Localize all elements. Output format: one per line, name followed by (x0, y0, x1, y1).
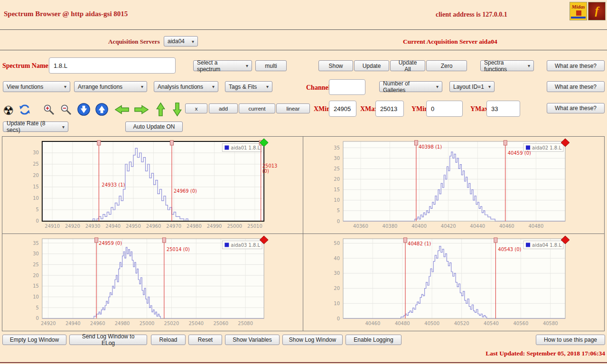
xmax-input[interactable] (375, 101, 404, 117)
zero-button[interactable]: Zero (426, 60, 467, 71)
send-log-window-button[interactable]: Send Log Window to ELog (69, 335, 147, 345)
acquisition-server-select[interactable]: aida04 ▾ (164, 36, 198, 47)
svg-text:30: 30 (334, 271, 340, 276)
marker-handle[interactable] (504, 140, 507, 145)
fair-logo-text: f (588, 4, 605, 17)
view-functions-dropdown[interactable]: View functions ▾ (3, 81, 70, 92)
channel-input[interactable] (329, 79, 365, 95)
tags-fits-dropdown[interactable]: Tags & Fits ▾ (225, 81, 272, 92)
svg-text:30: 30 (33, 251, 39, 256)
marker-handle[interactable] (414, 140, 418, 145)
number-of-galleries-dropdown[interactable]: Number of Galleries ▾ (379, 81, 442, 92)
current-server-text: Current Acquisition Server aida04 (403, 38, 497, 46)
svg-text:24980: 24980 (115, 321, 130, 326)
arrange-functions-label: Arrange functions (78, 84, 122, 90)
toolbar-icons: ☢ (3, 102, 187, 119)
number-of-galleries-label: Number of Galleries (383, 80, 433, 93)
multi-button[interactable]: multi (255, 60, 287, 71)
divider (0, 50, 607, 50)
svg-text:10: 10 (334, 197, 340, 203)
linear-button[interactable]: linear (276, 103, 310, 113)
marker-handle[interactable] (170, 140, 173, 145)
chevron-down-icon: ▾ (246, 63, 248, 68)
chart-panel-aida02: 4036040380404004042040440404604048005101… (303, 137, 604, 234)
select-spectrum-label: Select a spectrum (197, 59, 243, 73)
svg-text:25020: 25020 (164, 321, 179, 326)
spectra-functions-dropdown[interactable]: Spectra functions ▾ (480, 60, 534, 71)
how-to-use-button[interactable]: How to use this page (536, 335, 605, 345)
what-are-these-button-2[interactable]: What are these? (547, 81, 605, 92)
svg-text:0: 0 (337, 219, 340, 224)
svg-text:24960: 24960 (90, 321, 105, 326)
spectrum-chart-aida01[interactable]: 2491024920249302494024950249602497024980… (2, 137, 303, 233)
marker-handle[interactable] (404, 238, 407, 243)
update-rate-dropdown[interactable]: Update Rate (8 secs) ▾ (3, 121, 68, 132)
plot-area[interactable] (42, 141, 264, 221)
zoom-out-icon[interactable] (60, 103, 73, 118)
arrow-up-icon[interactable] (156, 102, 166, 119)
ymax-input[interactable] (486, 101, 520, 117)
update-button[interactable]: Update (354, 60, 389, 71)
svg-text:35: 35 (334, 145, 340, 150)
empty-log-window-button[interactable]: Empty Log Window (2, 335, 66, 345)
arrow-left-icon[interactable] (114, 104, 130, 117)
marker-label: 25014 (0) (167, 247, 190, 252)
marker-label: 40482 (1) (408, 241, 431, 246)
what-are-these-button-3[interactable]: What are these? (547, 103, 605, 113)
add-button[interactable]: add (209, 103, 238, 113)
analysis-functions-dropdown[interactable]: Analysis functions ▾ (154, 81, 218, 92)
chart-panel-aida01: 2491024920249302494024950249602497024980… (2, 137, 303, 234)
scroll-down-circle-icon[interactable] (77, 103, 91, 118)
chevron-down-icon: ▾ (192, 39, 194, 44)
show-variables-button[interactable]: Show Variables (225, 335, 280, 345)
spectrum-chart-aida03[interactable]: 2492024940249602498025000250202504025060… (2, 234, 303, 331)
zoom-in-icon[interactable] (43, 103, 56, 118)
svg-text:50: 50 (334, 241, 340, 246)
select-spectrum-dropdown[interactable]: Select a spectrum ▾ (193, 60, 252, 71)
what-are-these-button-1[interactable]: What are these? (547, 60, 605, 71)
svg-text:40360: 40360 (353, 224, 368, 229)
marker-handle[interactable] (95, 238, 98, 243)
scroll-up-circle-icon[interactable] (95, 103, 109, 118)
svg-text:40500: 40500 (424, 321, 439, 326)
chevron-down-icon: ▾ (141, 84, 143, 89)
plot-area[interactable] (343, 239, 565, 318)
legend-swatch (526, 146, 530, 150)
svg-text:24930: 24930 (85, 224, 101, 229)
arrow-down-icon[interactable] (172, 102, 182, 119)
svg-text:25: 25 (33, 161, 39, 167)
auto-update-button[interactable]: Auto Update ON (125, 121, 183, 132)
marker-handle[interactable] (162, 238, 166, 243)
x-button[interactable]: x (185, 103, 207, 113)
reset-button[interactable]: Reset (188, 335, 222, 345)
legend-label: aida02 1.8.L (532, 145, 561, 150)
chevron-down-icon: ▾ (212, 84, 215, 89)
current-button[interactable]: current (239, 103, 275, 113)
spectrum-chart-aida04[interactable]: 4046040480405004052040540405604058001020… (303, 234, 604, 331)
plot-area[interactable] (343, 141, 565, 221)
refresh-icon[interactable] (18, 103, 31, 118)
plot-area[interactable] (42, 239, 264, 318)
xmin-input[interactable] (329, 101, 356, 117)
arrange-functions-dropdown[interactable]: Arrange functions ▾ (74, 81, 147, 92)
spectrum-name-input[interactable] (49, 57, 176, 74)
show-log-window-button[interactable]: Show Log Window (282, 335, 343, 345)
marker-handle[interactable] (97, 140, 101, 145)
arrow-right-icon[interactable] (134, 104, 149, 117)
ymin-input[interactable] (426, 101, 463, 117)
page-title: Spectrum Browser @ http aidas-gsi 8015 (4, 10, 128, 18)
update-all-button[interactable]: Update All (390, 60, 425, 71)
svg-text:10: 10 (33, 196, 39, 201)
svg-text:20: 20 (334, 286, 340, 291)
x-axis-labels: 2492024940249602498025000250202504025060… (41, 321, 253, 326)
marker-handle[interactable] (494, 238, 497, 243)
svg-text:25010: 25010 (247, 224, 262, 229)
svg-text:25: 25 (33, 262, 39, 267)
show-button[interactable]: Show (318, 60, 353, 71)
enable-logging-button[interactable]: Enable Logging (346, 335, 402, 345)
radiation-icon[interactable]: ☢ (3, 104, 14, 117)
spectrum-chart-aida02[interactable]: 4036040380404004042040440404604048005101… (303, 137, 604, 233)
layout-id-dropdown[interactable]: Layout ID=1 ▾ (449, 81, 495, 92)
reload-button[interactable]: Reload (151, 335, 186, 345)
svg-text:0: 0 (36, 316, 39, 321)
